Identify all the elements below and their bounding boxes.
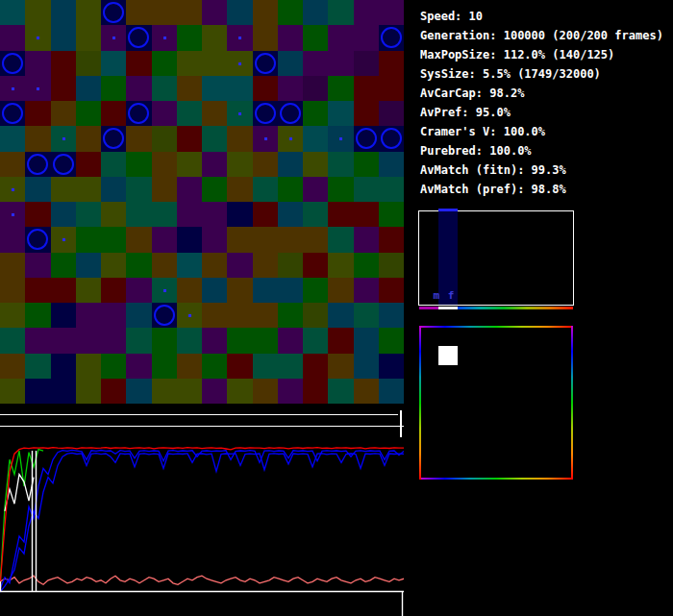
grid-cell [379,227,404,253]
agent-dot-marker [163,289,166,292]
world-grid-canvas[interactable] [0,0,404,404]
grid-cell [101,253,127,279]
grid-cell [0,227,26,253]
grid-cell [227,379,253,404]
agent-dot-marker [188,314,191,317]
grid-cell [354,202,380,228]
stat-line: MaxPopSize: 112.0% (140/125) [420,45,663,64]
pref-border-left [419,326,421,480]
grid-cell [101,227,127,253]
grid-cell [253,76,279,102]
grid-cell [51,101,77,127]
grid-cell [51,202,77,228]
grid-cell [354,227,380,253]
grid-cell [25,278,51,304]
grid-cell [177,152,203,178]
preference-space-box [419,326,573,480]
grid-cell [25,328,51,354]
pref-border-bottom [419,478,573,480]
grid-cell [328,152,354,178]
grid-cell [51,253,77,279]
grid-cell [227,177,253,203]
grid-cell [51,51,77,77]
grid-cell [0,354,26,380]
grid-cell [101,152,127,178]
grid-cell [354,0,380,26]
grid-cell [253,202,279,228]
grid-cell [227,0,253,26]
grid-cell [177,253,203,279]
grid-cell [76,227,102,253]
grid-cell [126,379,152,404]
grid-cell [354,278,380,304]
grid-cell [379,76,404,102]
grid-cell [379,177,404,203]
grid-cell [202,152,228,178]
grid-cell [76,101,102,127]
grid-cell [253,278,279,304]
grid-cell [227,278,253,304]
grid-cell [328,51,354,77]
agent-dot-marker [62,137,65,140]
grid-cell [126,227,152,253]
grid-cell [303,253,329,279]
grid-cell [177,0,203,26]
grid-cell [253,354,279,380]
grid-cell [51,354,77,380]
grid-cell [202,51,228,77]
grid-cell [126,303,152,329]
grid-cell [328,0,354,26]
grid-cell [202,101,228,127]
grid-cell [101,328,127,354]
grid-cell [227,202,253,228]
grid-cell [177,25,203,51]
grid-cell [253,379,279,404]
grid-cell [227,76,253,102]
grid-cell [379,278,404,304]
grid-cell [25,379,51,404]
agent-circle-marker [255,103,276,124]
grid-cell [354,51,380,77]
grid-cell [76,354,102,380]
grid-cell [253,253,279,279]
grid-cell [354,25,380,51]
grid-cell [126,51,152,77]
grid-cell [379,0,404,26]
grid-cell [76,177,102,203]
agent-circle-marker [381,128,402,149]
grid-cell [76,278,102,304]
grid-cell [253,328,279,354]
grid-cell [152,379,178,404]
grid-cell [177,227,203,253]
grid-cell [379,152,404,178]
grid-cell [152,202,178,228]
grid-cell [177,328,203,354]
agent-circle-marker [381,27,402,48]
grid-cell [126,0,152,26]
grid-cell [0,253,26,279]
grid-cell [126,126,152,152]
grid-cell [328,76,354,102]
grid-cell [253,0,279,26]
grid-cell [101,278,127,304]
grid-cell [354,379,380,404]
grid-cell [379,303,404,329]
grid-cell [51,76,77,102]
grid-cell [202,126,228,152]
grid-cell [379,253,404,279]
grid-cell [76,0,102,26]
agent-dot-marker [339,137,342,140]
agent-dot-marker [12,87,14,90]
grid-cell [278,328,304,354]
grid-cell [354,76,380,102]
grid-cell [0,25,26,51]
grid-cell [152,328,178,354]
grid-cell [278,379,304,404]
grid-cell [328,328,354,354]
grid-cell [101,51,127,77]
grid-cell [379,101,404,127]
grid-cell [25,202,51,228]
grid-cell [0,278,26,304]
grid-cell [278,152,304,178]
grid-cell [0,379,26,404]
